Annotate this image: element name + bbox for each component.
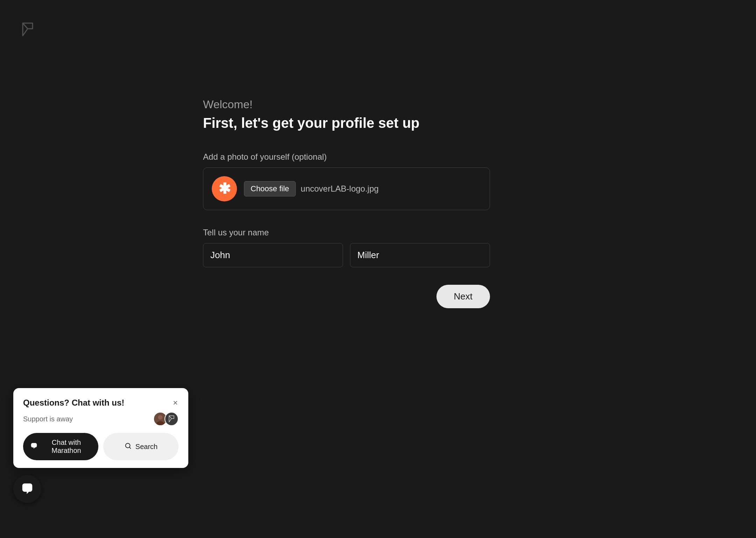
welcome-label: Welcome! bbox=[203, 98, 490, 111]
photo-preview: ✱ bbox=[212, 176, 237, 201]
name-label: Tell us your name bbox=[203, 228, 490, 237]
chat-avatars bbox=[153, 412, 178, 426]
chat-with-marathon-button[interactable]: Chat with Marathon bbox=[23, 433, 98, 460]
first-name-input[interactable] bbox=[203, 243, 343, 267]
chat-search-button[interactable]: Search bbox=[103, 433, 178, 460]
svg-point-1 bbox=[158, 415, 163, 420]
chat-widget: Questions? Chat with us! × Support is aw… bbox=[13, 388, 188, 468]
chat-bubble-float-icon bbox=[21, 482, 34, 496]
photo-label: Add a photo of yourself (optional) bbox=[203, 152, 490, 162]
file-input-wrapper: Choose file uncoverLAB-logo.jpg bbox=[244, 181, 379, 196]
floating-chat-button[interactable] bbox=[13, 475, 41, 503]
support-avatar-logo bbox=[164, 412, 178, 426]
search-btn-label: Search bbox=[135, 443, 158, 451]
chat-support-row: Support is away bbox=[23, 412, 178, 426]
file-name-display: uncoverLAB-logo.jpg bbox=[301, 184, 379, 194]
chat-widget-title: Questions? Chat with us! bbox=[23, 398, 124, 408]
chat-buttons: Chat with Marathon Search bbox=[23, 433, 178, 460]
chat-close-button[interactable]: × bbox=[172, 398, 178, 408]
choose-file-button[interactable]: Choose file bbox=[244, 181, 296, 196]
page-heading: First, let's get your profile set up bbox=[203, 115, 490, 131]
last-name-input[interactable] bbox=[350, 243, 490, 267]
chat-btn-label: Chat with Marathon bbox=[41, 439, 91, 455]
name-fields bbox=[203, 243, 490, 267]
next-button[interactable]: Next bbox=[436, 285, 490, 308]
search-icon bbox=[124, 442, 132, 451]
chat-widget-header: Questions? Chat with us! × bbox=[23, 398, 178, 408]
main-content: Welcome! First, let's get your profile s… bbox=[203, 98, 490, 308]
photo-preview-icon: ✱ bbox=[218, 181, 231, 196]
chat-support-status: Support is away bbox=[23, 415, 73, 423]
svg-point-3 bbox=[125, 443, 130, 448]
next-btn-container: Next bbox=[203, 285, 490, 308]
name-section: Tell us your name bbox=[203, 228, 490, 267]
chat-bubble-icon bbox=[30, 442, 38, 451]
app-logo bbox=[19, 21, 36, 38]
photo-upload-area: ✱ Choose file uncoverLAB-logo.jpg bbox=[203, 167, 490, 210]
